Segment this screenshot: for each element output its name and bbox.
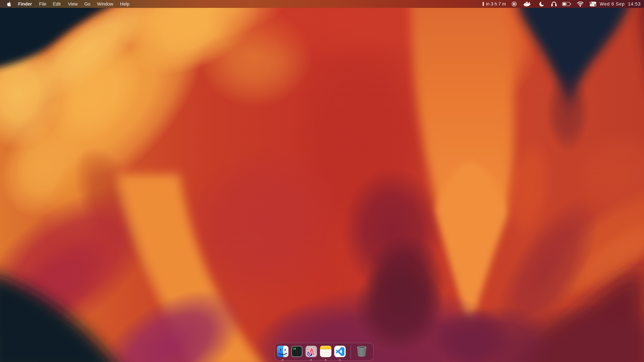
- svg-text:$: $: [293, 348, 294, 350]
